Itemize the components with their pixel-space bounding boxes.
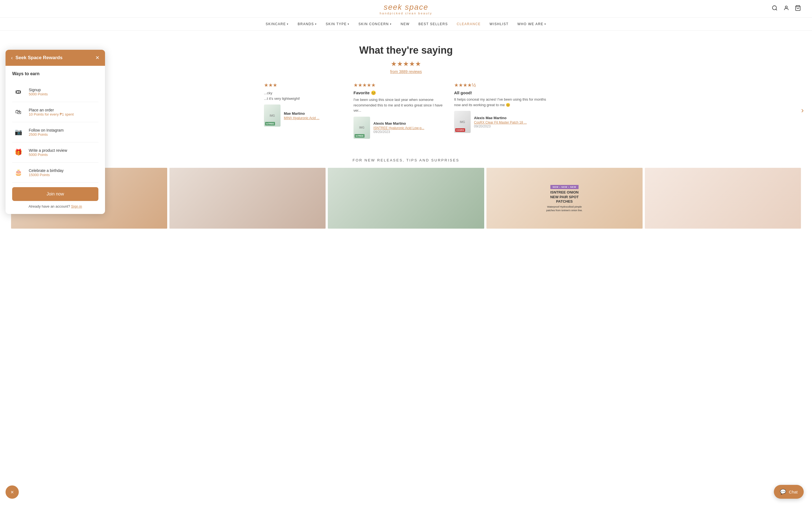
review-card-1-partial-body: ...cky...t it's very lightweight! bbox=[264, 91, 347, 101]
review-card-3-date: 09/20/2023 bbox=[474, 124, 527, 128]
review-card-3-product-image: IMG COSRX bbox=[454, 111, 471, 133]
signup-icon: 🎟 bbox=[12, 86, 24, 98]
header-icons bbox=[772, 5, 801, 12]
instagram-grid: NEW • NEW • NEW ISNTREE ONIONNEW PAIR SP… bbox=[11, 168, 801, 229]
nav-item-skin-concern[interactable]: SKIN CONCERN ▾ bbox=[358, 22, 392, 26]
nav-item-new[interactable]: NEW bbox=[401, 22, 410, 26]
search-icon[interactable] bbox=[772, 5, 778, 12]
reviews-title: What they're saying bbox=[11, 45, 801, 56]
site-logo[interactable]: seek space handpicked clean beauty bbox=[380, 3, 432, 15]
review-card-1-author: Mae Martino bbox=[284, 111, 320, 116]
review-card-3-product-info: Alexis Mae Martino CosRX Clear Fit Maste… bbox=[474, 116, 527, 128]
review-card-1-stars: ★★★ bbox=[264, 82, 347, 88]
review-card-1-product-info: Mae Martino MINI) Hyaluronic Acid ... bbox=[284, 111, 320, 120]
nav-item-brands[interactable]: BRANDS ▾ bbox=[298, 22, 317, 26]
review-card-2-stars: ★★★★★ bbox=[353, 82, 448, 88]
rewards-item-review-points: 5000 Points bbox=[29, 153, 67, 157]
review-card-3-badge: COSRX bbox=[455, 128, 465, 132]
rewards-item-instagram-points: 2500 Points bbox=[29, 132, 64, 136]
rewards-item-birthday: 🎂 Celebrate a birthday 15000 Points bbox=[12, 163, 98, 183]
instagram-image-3 bbox=[328, 168, 484, 229]
review-card-3-author: Alexis Mae Martino bbox=[474, 116, 527, 120]
rewards-close-button[interactable]: ✕ bbox=[95, 55, 100, 61]
rewards-item-instagram-info: Follow on Instagram 2500 Points bbox=[29, 128, 64, 136]
birthday-icon: 🎂 bbox=[12, 166, 24, 179]
instagram-image-5 bbox=[645, 168, 801, 229]
review-card-2-product-info: Alexis Mae Martino ISNTREE Hyaluronic Ac… bbox=[373, 121, 424, 134]
instagram-item-2[interactable] bbox=[169, 168, 326, 229]
brand-tagline: handpicked clean beauty bbox=[380, 12, 432, 15]
review-card-2: ★★★★★ Favorite 😊 I've been using this si… bbox=[353, 82, 448, 139]
rewards-item-signup-name: Signup bbox=[29, 88, 48, 92]
instagram-icon: 📷 bbox=[12, 126, 24, 138]
nav-item-who-we-are[interactable]: WHO WE ARE ▾ bbox=[517, 22, 546, 26]
instagram-item-5[interactable] bbox=[645, 168, 801, 229]
site-header: seek space handpicked clean beauty bbox=[0, 0, 812, 18]
cart-icon[interactable] bbox=[795, 5, 801, 12]
instagram-item-3[interactable] bbox=[328, 168, 484, 229]
reviews-count-link[interactable]: from 3889 reviews bbox=[11, 69, 801, 74]
instagram-label: FOR NEW RELEASES, TIPS AND SURPRISES bbox=[11, 158, 801, 162]
rewards-signin-section: Already have an account? Sign in bbox=[12, 204, 98, 209]
rewards-ways-to-earn-label: Ways to earn bbox=[12, 71, 98, 76]
instagram-image-4-text: NEW • NEW • NEW ISNTREE ONIONNEW PAIR SP… bbox=[546, 184, 583, 212]
review-card-1-product-name[interactable]: MINI) Hyaluronic Acid ... bbox=[284, 116, 320, 120]
chevron-down-icon: ▾ bbox=[544, 23, 546, 25]
rewards-item-birthday-name: Celebrate a birthday bbox=[29, 168, 64, 173]
review-icon: 🎁 bbox=[12, 146, 24, 158]
rewards-panel-body: Ways to earn 🎟 Signup 5000 Points 🛍 Plac… bbox=[5, 66, 105, 214]
review-card-3-body: It helps conceal my acnes! I've been usi… bbox=[454, 97, 548, 108]
nav-item-clearance[interactable]: CLEARANCE bbox=[457, 22, 481, 26]
rewards-join-button[interactable]: Join now bbox=[12, 187, 98, 201]
instagram-item-4[interactable]: NEW • NEW • NEW ISNTREE ONIONNEW PAIR SP… bbox=[486, 168, 643, 229]
svg-point-2 bbox=[785, 6, 787, 8]
rewards-panel-header: ‹ Seek Space Rewards ✕ bbox=[5, 50, 105, 66]
chevron-down-icon: ▾ bbox=[287, 23, 289, 25]
new-badge: NEW • NEW • NEW bbox=[550, 185, 578, 189]
review-card-1: ★★★ ...cky...t it's very lightweight! IM… bbox=[264, 82, 347, 127]
rewards-item-instagram: 📷 Follow on Instagram 2500 Points bbox=[12, 122, 98, 143]
nav-item-best-sellers[interactable]: BEST SELLERS bbox=[418, 22, 448, 26]
review-card-2-product-name[interactable]: ISNTREE Hyaluronic Acid Low-p... bbox=[373, 126, 424, 130]
nav-item-wishlist[interactable]: WISHLIST bbox=[489, 22, 509, 26]
rewards-item-review: 🎁 Write a product review 5000 Points bbox=[12, 143, 98, 163]
order-icon: 🛍 bbox=[12, 106, 24, 118]
rewards-signin-text: Already have an account? bbox=[28, 204, 70, 209]
rewards-item-signup: 🎟 Signup 5000 Points bbox=[12, 82, 98, 102]
review-card-1-product-image: IMG isTREE bbox=[264, 105, 281, 127]
reviews-overall-stars: ★★★★★ bbox=[11, 60, 801, 68]
chevron-down-icon: ▾ bbox=[390, 23, 392, 25]
review-card-1-badge: isTREE bbox=[265, 122, 275, 125]
review-card-3-product-name[interactable]: CosRX Clear Fit Master Patch 18 ... bbox=[474, 120, 527, 124]
review-card-2-product-image: IMG isTREE bbox=[353, 117, 370, 139]
rewards-panel-title: Seek Space Rewards bbox=[15, 55, 62, 61]
rewards-item-order-name: Place an order bbox=[29, 108, 74, 112]
rewards-item-review-info: Write a product review 5000 Points bbox=[29, 148, 67, 157]
review-card-3: ★★★★½ All good! It helps conceal my acne… bbox=[454, 82, 548, 133]
instagram-image-2 bbox=[169, 168, 326, 229]
rewards-signin-link[interactable]: Sign in bbox=[71, 204, 82, 209]
rewards-panel: ‹ Seek Space Rewards ✕ Ways to earn 🎟 Si… bbox=[5, 50, 105, 214]
review-card-1-product: IMG isTREE Mae Martino MINI) Hyaluronic … bbox=[264, 105, 347, 127]
rewards-header-left: ‹ Seek Space Rewards bbox=[11, 55, 62, 61]
review-card-3-stars: ★★★★½ bbox=[454, 82, 548, 88]
review-card-2-title: Favorite 😊 bbox=[353, 91, 448, 95]
brand-name: seek space bbox=[380, 3, 432, 12]
chevron-down-icon: ▾ bbox=[315, 23, 317, 25]
reviews-next-arrow[interactable]: › bbox=[801, 106, 804, 115]
svg-point-0 bbox=[772, 6, 776, 10]
nav-item-skincare[interactable]: SKINCARE ▾ bbox=[266, 22, 289, 26]
instagram-section: FOR NEW RELEASES, TIPS AND SURPRISES NEW… bbox=[0, 150, 812, 234]
rewards-item-order-info: Place an order 10 Points for every ₱1 sp… bbox=[29, 108, 74, 116]
main-content: What they're saying ★★★★★ from 3889 revi… bbox=[0, 31, 812, 234]
account-icon[interactable] bbox=[783, 5, 789, 12]
rewards-item-review-name: Write a product review bbox=[29, 148, 67, 153]
review-card-2-date: 09/20/2023 bbox=[373, 130, 424, 134]
rewards-item-signup-info: Signup 5000 Points bbox=[29, 88, 48, 96]
reviews-cards-container: ★★★ ...cky...t it's very lightweight! IM… bbox=[11, 82, 801, 139]
review-card-2-product: IMG isTREE Alexis Mae Martino ISNTREE Hy… bbox=[353, 117, 448, 139]
chevron-down-icon: ▾ bbox=[348, 23, 350, 25]
rewards-back-button[interactable]: ‹ bbox=[11, 55, 13, 61]
svg-line-1 bbox=[776, 9, 777, 10]
nav-item-skin-type[interactable]: SKIN TYPE ▾ bbox=[326, 22, 350, 26]
